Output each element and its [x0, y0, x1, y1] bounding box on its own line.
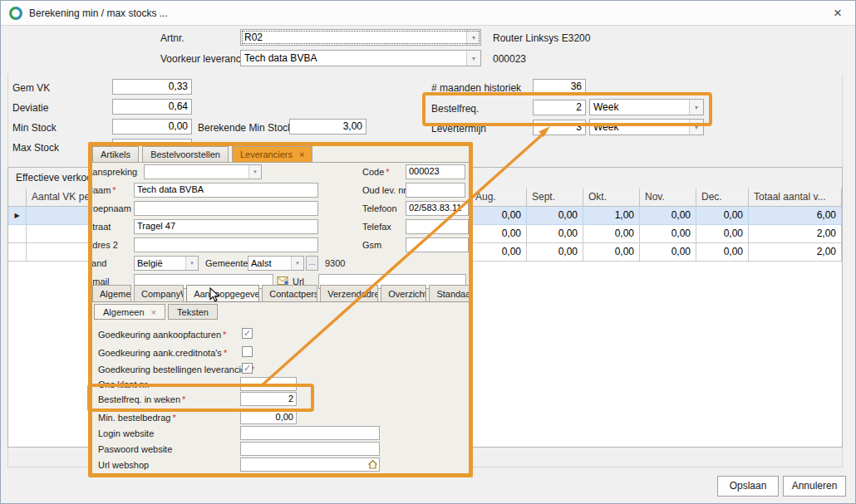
row-indicator-column-header[interactable] — [8, 188, 27, 207]
col-header-sept[interactable]: Sept. — [527, 188, 583, 207]
save-button[interactable]: Opslaan — [717, 476, 779, 497]
cancel-button[interactable]: Annuleren — [783, 476, 846, 497]
telefax-input[interactable] — [406, 219, 469, 234]
row-marker-cell[interactable] — [8, 225, 27, 243]
tab-bestelvoorstellen[interactable]: Bestelvoorstellen — [142, 146, 229, 162]
login-website-input[interactable] — [240, 426, 380, 440]
levertermijn-unit-combo[interactable]: Week ▾ — [589, 119, 704, 135]
table-cell[interactable]: 2,00 — [749, 243, 842, 262]
gemeente-lookup-button[interactable]: … — [306, 256, 318, 271]
naam-input[interactable]: Tech data BVBA — [134, 183, 318, 198]
levertermijn-unit-value: Week — [590, 120, 689, 135]
table-cell[interactable]: 0,00 — [583, 243, 640, 262]
maanden-historiek-input[interactable]: 36 — [533, 79, 586, 95]
gem-vk-input[interactable]: 0,33 — [112, 79, 192, 95]
straat-input[interactable]: Tragel 47 — [134, 219, 318, 234]
paswoord-website-input[interactable] — [240, 442, 380, 456]
min-bestelbedrag-input[interactable]: 0,00 — [240, 410, 297, 424]
subtab-algemeen-label: Algemeen — [103, 307, 145, 317]
roepnaam-input[interactable] — [134, 201, 318, 216]
gemeente-combo[interactable]: Aalst ▾ — [248, 256, 304, 271]
table-cell[interactable]: 0,00 — [527, 207, 583, 225]
col-header-nov[interactable]: Nov. — [640, 188, 696, 207]
col-header-totaal[interactable]: Totaal aantal v... — [749, 188, 842, 207]
table-cell[interactable]: 0,00 — [696, 207, 749, 225]
table-cell[interactable]: 0,00 — [583, 225, 640, 243]
land-value: België — [135, 257, 185, 270]
row-marker-cell[interactable] — [8, 243, 27, 262]
login-website-label: Login website — [98, 428, 154, 438]
supplier-code: 000023 — [493, 53, 526, 65]
min-bestelbedrag-text: Min. bestelbedrag — [98, 413, 170, 423]
chevron-down-icon[interactable]: ▾ — [185, 257, 198, 270]
subtab-algemeen[interactable]: Algemeen× — [94, 304, 165, 320]
land-combo[interactable]: België ▾ — [134, 256, 199, 271]
home-icon[interactable] — [367, 459, 378, 470]
table-cell[interactable]: 0,00 — [696, 243, 749, 262]
table-cell[interactable]: 0,00 — [527, 243, 583, 262]
goedkeuring-bestellingen-checkbox[interactable]: ✓ — [242, 363, 253, 374]
tab-artikels[interactable]: Artikels — [92, 146, 139, 162]
goedkeuring-bestellingen-text: Goedkeuring bestellingen leverancier — [98, 365, 249, 374]
goedkeuring-creditnotas-checkbox[interactable] — [242, 346, 253, 357]
supplier-combo[interactable]: Tech data BVBA ▾ — [240, 50, 481, 66]
chevron-down-icon[interactable]: ▾ — [466, 30, 480, 45]
aanspreking-combo[interactable]: ▾ — [144, 164, 262, 179]
tab-contactpersonen[interactable]: Contactpersonen — [262, 285, 317, 301]
selected-row-marker-icon[interactable]: ▶ — [8, 207, 27, 225]
overlay-tab-strip: Artikels Bestelvoorstellen Leveranciers× — [92, 146, 469, 163]
table-cell[interactable]: 0,00 — [470, 243, 527, 262]
title-bar: Berekening min / max stocks ... × — [1, 1, 855, 26]
tab-algemeen[interactable]: Algemeen — [92, 285, 131, 301]
artnr-label: Artnr. — [160, 32, 184, 44]
tab-leveranciers[interactable]: Leveranciers× — [232, 146, 312, 162]
tab-overzicht[interactable]: Overzicht — [381, 285, 426, 301]
subtab-close-icon[interactable]: × — [151, 307, 156, 317]
table-cell[interactable]: 0,00 — [470, 207, 527, 225]
table-cell[interactable]: 0,00 — [527, 225, 583, 243]
oud-lev-nr-input[interactable] — [406, 183, 465, 198]
chevron-down-icon[interactable]: ▾ — [248, 165, 261, 179]
berekende-min-stock-input[interactable]: 3,00 — [289, 119, 367, 135]
url-webshop-input[interactable] — [240, 458, 380, 472]
chevron-down-icon[interactable]: ▾ — [291, 257, 303, 270]
artnr-combo[interactable]: R02 ▾ — [240, 29, 481, 46]
required-marker: * — [224, 348, 227, 358]
telefoon-input[interactable]: 02/583.83.11 — [406, 201, 469, 216]
col-header-dec[interactable]: Dec. — [696, 188, 749, 207]
levertermijn-input[interactable]: 3 — [533, 120, 586, 135]
tab-verzendadressen[interactable]: Verzendadressen — [320, 285, 378, 301]
tab-companyweb[interactable]: CompanyWeb — [134, 285, 184, 301]
oud-lev-nr-label: Oud lev. nr. — [362, 185, 408, 195]
table-cell[interactable]: 0,00 — [470, 225, 527, 243]
land-label: Land — [88, 258, 106, 268]
table-cell[interactable]: 2,00 — [749, 225, 842, 243]
col-header-aug[interactable]: Aug. — [470, 188, 527, 207]
chevron-down-icon[interactable]: ▾ — [689, 120, 703, 135]
adres2-input[interactable] — [134, 237, 318, 252]
table-cell[interactable]: 1,00 — [583, 207, 640, 225]
postcode-value: 9300 — [325, 258, 345, 268]
bestelfreq-weken-input[interactable]: 2 — [240, 392, 297, 406]
table-cell[interactable]: 0,00 — [640, 207, 696, 225]
chevron-down-icon[interactable]: ▾ — [689, 100, 703, 115]
table-cell[interactable]: 0,00 — [640, 225, 696, 243]
bestelfreq-input[interactable]: 2 — [533, 100, 586, 115]
bestelfreq-unit-combo[interactable]: Week ▾ — [589, 99, 704, 115]
tab-aankoopgegevens[interactable]: Aankoopgegevens — [186, 285, 259, 302]
tab-standaardboekingen[interactable]: Standaardboeki — [429, 285, 473, 301]
deviatie-input[interactable]: 0,64 — [112, 99, 192, 115]
subtab-teksten[interactable]: Teksten — [168, 304, 218, 320]
goedkeuring-facturen-checkbox[interactable]: ✓ — [242, 328, 253, 339]
close-icon[interactable]: × — [834, 5, 842, 22]
ons-klant-nr-input[interactable] — [240, 377, 297, 391]
chevron-down-icon[interactable]: ▾ — [466, 51, 480, 66]
bestelfreq-weken-label: Bestelfreq. in weken* — [98, 394, 185, 404]
col-header-okt[interactable]: Okt. — [583, 188, 640, 207]
tab-close-icon[interactable]: × — [299, 149, 304, 159]
min-stock-input[interactable]: 0,00 — [112, 119, 192, 135]
gsm-input[interactable] — [406, 237, 469, 252]
table-cell[interactable]: 0,00 — [696, 225, 749, 243]
table-cell[interactable]: 6,00 — [749, 207, 842, 225]
table-cell[interactable]: 0,00 — [640, 243, 696, 262]
